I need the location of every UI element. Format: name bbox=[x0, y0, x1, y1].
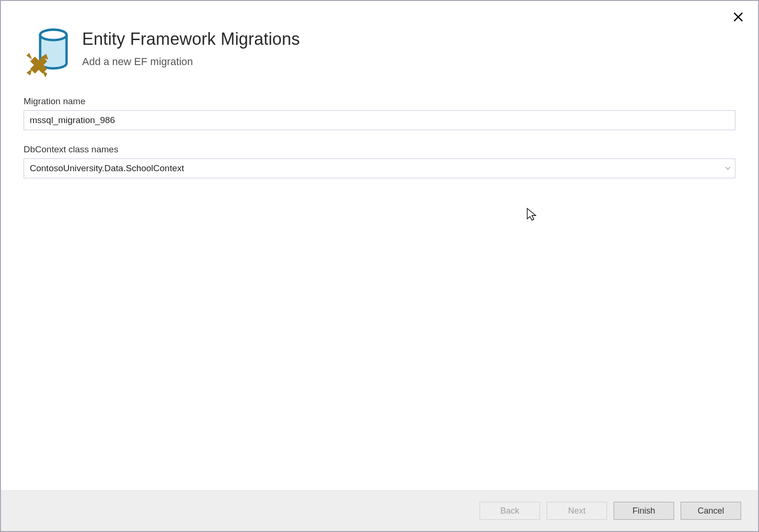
dialog-window: Entity Framework Migrations Add a new EF… bbox=[0, 0, 759, 532]
dialog-header: Entity Framework Migrations Add a new EF… bbox=[1, 1, 758, 88]
cancel-button[interactable]: Cancel bbox=[681, 502, 741, 520]
dbcontext-combo[interactable] bbox=[24, 158, 735, 178]
migration-name-label: Migration name bbox=[24, 96, 735, 107]
close-button[interactable] bbox=[731, 9, 746, 25]
svg-point-3 bbox=[40, 30, 67, 40]
next-button: Next bbox=[547, 502, 607, 520]
migration-name-input[interactable] bbox=[24, 110, 735, 130]
dialog-content: Migration name DbContext class names bbox=[1, 88, 758, 490]
migration-name-group: Migration name bbox=[24, 96, 735, 130]
dbcontext-input[interactable] bbox=[24, 158, 735, 178]
migrations-icon bbox=[24, 26, 71, 78]
svg-marker-6 bbox=[26, 53, 32, 59]
dbcontext-label: DbContext class names bbox=[24, 144, 735, 155]
dialog-title: Entity Framework Migrations bbox=[82, 29, 300, 49]
header-text-block: Entity Framework Migrations Add a new EF… bbox=[82, 26, 300, 68]
svg-marker-4 bbox=[26, 69, 32, 75]
dialog-footer: Back Next Finish Cancel bbox=[1, 490, 758, 531]
back-button: Back bbox=[480, 502, 540, 520]
close-icon bbox=[734, 12, 743, 22]
dbcontext-group: DbContext class names bbox=[24, 144, 735, 178]
finish-button[interactable]: Finish bbox=[614, 502, 674, 520]
dialog-subtitle: Add a new EF migration bbox=[82, 56, 300, 68]
